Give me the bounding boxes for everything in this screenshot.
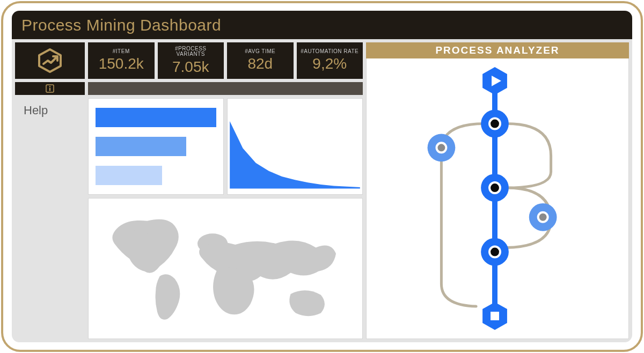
brand-tile	[15, 42, 85, 79]
kpi-row: #ITEM 150.2k #PROCESS VARIANTS 7.05k #AV…	[15, 42, 363, 79]
kpi-value: 150.2k	[99, 55, 144, 72]
activity-node-icon	[481, 174, 509, 202]
world-map-icon	[99, 204, 351, 333]
svg-rect-3	[49, 88, 50, 91]
process-graph	[367, 58, 628, 339]
analyzer-title: PROCESS ANALYZER	[366, 42, 629, 58]
title-bar: Process Mining Dashboard	[12, 11, 632, 39]
sidebar: Help	[15, 98, 85, 339]
sidebar-item-help[interactable]: Help	[24, 104, 85, 117]
info-row	[15, 82, 363, 95]
activity-node-icon	[481, 110, 509, 138]
svg-point-17	[436, 143, 446, 152]
left-pane: #ITEM 150.2k #PROCESS VARIANTS 7.05k #AV…	[15, 42, 363, 339]
activity-node-alt-icon	[428, 134, 456, 162]
distribution-area	[228, 99, 362, 194]
analyzer-diagram[interactable]	[366, 58, 629, 339]
svg-point-15	[489, 247, 500, 258]
bar-chart-card[interactable]	[88, 98, 224, 195]
bar-segment	[96, 137, 186, 156]
process-analyzer-panel: PROCESS ANALYZER	[366, 42, 629, 339]
kpi-card-variants[interactable]: #PROCESS VARIANTS 7.05k	[158, 42, 224, 79]
kpi-card-automation[interactable]: #AUTOMATION RATE 9,2%	[297, 42, 363, 79]
kpi-label: #AUTOMATION RATE	[301, 49, 358, 55]
svg-point-13	[489, 182, 500, 193]
info-button[interactable]	[15, 82, 85, 95]
start-node-icon	[482, 67, 507, 95]
svg-rect-9	[491, 312, 499, 320]
tablet-frame: Process Mining Dashboard #ITEM 150.2k	[1, 1, 643, 352]
kpi-card-item[interactable]: #ITEM 150.2k	[88, 42, 155, 79]
mid-row: Help	[15, 98, 363, 339]
info-icon	[46, 84, 54, 93]
world-map-card[interactable]	[88, 198, 363, 339]
hexagon-trend-icon	[37, 48, 63, 73]
kpi-label: #ITEM	[113, 49, 130, 55]
panels-top	[88, 98, 363, 195]
end-node-icon	[482, 302, 507, 330]
content: #ITEM 150.2k #PROCESS VARIANTS 7.05k #AV…	[12, 39, 632, 342]
svg-point-11	[489, 119, 500, 129]
area-path	[230, 121, 360, 189]
bar-segment	[96, 108, 217, 127]
kpi-value: 7.05k	[172, 58, 209, 76]
bar-chart	[96, 108, 217, 185]
kpi-label: #AVG TIME	[245, 49, 275, 55]
kpi-value: 9,2%	[312, 55, 347, 72]
svg-rect-2	[49, 86, 50, 87]
panels	[88, 98, 363, 339]
activity-node-icon	[481, 238, 509, 266]
kpi-label: #PROCESS VARIANTS	[175, 46, 206, 57]
kpi-value: 82d	[247, 55, 273, 72]
bar-segment	[96, 166, 162, 185]
activity-node-alt-icon	[529, 203, 557, 231]
kpi-card-avg-time[interactable]: #AVG TIME 82d	[227, 42, 294, 79]
info-filler	[88, 82, 363, 95]
distribution-chart-card[interactable]	[227, 98, 363, 195]
screen: Process Mining Dashboard #ITEM 150.2k	[12, 11, 632, 342]
svg-point-19	[538, 212, 548, 222]
app-title: Process Mining Dashboard	[21, 16, 221, 34]
